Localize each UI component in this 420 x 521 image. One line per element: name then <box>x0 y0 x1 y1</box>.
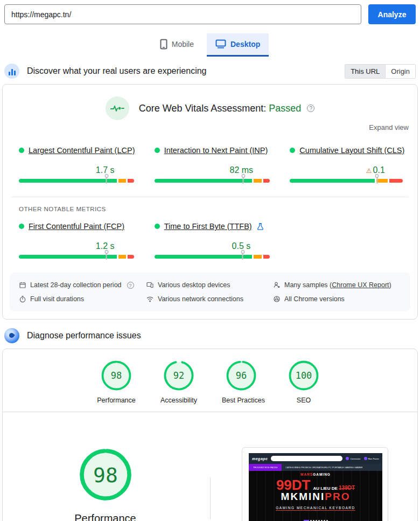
score-label: Accessibility <box>159 397 198 404</box>
chrome-ux-report-link[interactable]: Chrome UX Report <box>332 281 389 289</box>
good-dot-icon <box>19 148 24 153</box>
cwv-title-text: Core Web Vitals Assessment: <box>139 103 266 114</box>
field-section-title: Discover what your real users are experi… <box>27 66 345 76</box>
metric-lcp-bar <box>19 179 137 183</box>
devices-item: Various desktop devices <box>146 281 274 289</box>
metric-inp-bar <box>155 179 272 183</box>
device-tabs: Mobile Desktop <box>0 33 420 55</box>
site-screenshot: megapc Connexion Mon Panier TROUVEZ NOS … <box>249 453 382 521</box>
performance-gauge-panel: 98 Performance Values are estimated and … <box>3 412 208 521</box>
site-hero-banner: MARSGAMING 99DT AU LIEU DE 139DT MKMINIP… <box>249 471 382 521</box>
metric-lcp: Largest Contentful Paint (LCP) 1.7 s <box>19 146 137 183</box>
collection-period-item: Latest 28-day collection period ? <box>19 281 146 289</box>
other-metrics-row: First Contentful Paint (FCP) 1.2 s Time … <box>3 212 417 273</box>
durations-item: Full visit durations <box>19 295 146 303</box>
vertical-divider <box>210 477 211 519</box>
metric-cls-link[interactable]: Cumulative Layout Shift (CLS) <box>299 146 404 155</box>
score-best-practices[interactable]: 96 Best Practices <box>222 360 261 404</box>
core-metrics-row: Largest Contentful Paint (LCP) 1.7 s Int… <box>3 132 417 183</box>
performance-gauge: 98 <box>80 493 131 502</box>
score-label: SEO <box>284 397 323 404</box>
metric-ttfb-bar <box>155 255 272 259</box>
site-account-link: Connexion <box>346 457 360 460</box>
help-icon[interactable]: ? <box>307 105 314 112</box>
good-dot-icon <box>290 148 295 153</box>
other-metrics-label: OTHER NOTABLE METRICS <box>3 197 417 212</box>
performance-gauge-label: Performance <box>3 512 208 521</box>
expand-view-link[interactable]: Expand view <box>369 123 409 131</box>
site-search-bar <box>271 456 342 461</box>
wifi-icon <box>146 296 153 302</box>
metric-inp-link[interactable]: Interaction to Next Paint (INP) <box>164 146 268 155</box>
analyze-button[interactable]: Analyze <box>368 4 416 24</box>
metric-spacer <box>290 222 408 259</box>
score-performance[interactable]: 98 Performance <box>97 360 136 404</box>
score-label: Performance <box>97 397 136 404</box>
category-scores-row: 98 Performance 92 Accessibility 96 Best … <box>3 349 417 412</box>
mobile-icon <box>160 39 167 50</box>
metric-fcp-bar <box>19 255 137 259</box>
cwv-title: Core Web Vitals Assessment: Passed ? <box>139 103 315 114</box>
crux-bars-icon <box>4 64 19 79</box>
svg-text:96: 96 <box>236 370 247 381</box>
svg-text:98: 98 <box>93 463 118 487</box>
core-web-vitals-card: Core Web Vitals Assessment: Passed ? Exp… <box>2 84 418 319</box>
tab-desktop[interactable]: Desktop <box>207 33 269 55</box>
banner-price: 99DT <box>276 478 311 491</box>
svg-text:92: 92 <box>173 370 184 381</box>
metric-ttfb-link[interactable]: Time to First Byte (TTFB) <box>164 222 252 231</box>
site-nav-promo-button: TROUVEZ NOS PACKS <box>249 464 282 471</box>
network-item: Various network connections <box>146 295 274 303</box>
pulse-icon <box>106 96 129 120</box>
metric-marker-pin <box>104 250 108 260</box>
site-logo: megapc <box>252 457 268 461</box>
metric-ttfb: Time to First Byte (TTFB) 0.5 s <box>155 222 272 259</box>
metric-cls-bar <box>290 179 408 183</box>
good-dot-icon <box>19 224 24 229</box>
devices-icon <box>146 282 153 288</box>
collection-period-text: Latest 28-day collection period <box>30 281 122 289</box>
desktop-icon <box>215 39 226 49</box>
pagespeed-insights-page: Analyze Mobile Desktop Discover what you… <box>0 0 420 521</box>
site-header: megapc Connexion Mon Panier <box>249 453 382 464</box>
scope-this-url-button[interactable]: This URL <box>345 65 386 78</box>
chrome-icon <box>274 296 280 302</box>
metric-marker-pin <box>241 174 245 184</box>
metric-marker-pin <box>104 174 108 184</box>
site-cart-link: Mon Panier <box>364 457 379 460</box>
score-accessibility[interactable]: 92 Accessibility <box>159 360 198 404</box>
svg-text:98: 98 <box>111 370 122 381</box>
cwv-status: Passed <box>269 103 301 114</box>
help-icon[interactable]: ? <box>127 282 134 289</box>
scope-origin-button[interactable]: Origin <box>386 65 415 78</box>
tab-mobile-label: Mobile <box>172 40 194 48</box>
score-seo[interactable]: 100 SEO <box>284 360 323 404</box>
tab-desktop-label: Desktop <box>230 40 260 48</box>
scope-toggle: This URL Origin <box>345 64 416 79</box>
score-label: Best Practices <box>222 397 261 404</box>
tab-mobile[interactable]: Mobile <box>151 33 202 55</box>
lighthouse-report-card: 98 Performance 92 Accessibility 96 Best … <box>2 349 418 521</box>
url-input[interactable] <box>4 4 361 24</box>
devices-text: Various desktop devices <box>158 281 230 289</box>
good-dot-icon <box>155 224 160 229</box>
metric-marker-pin <box>241 250 244 260</box>
samples-item: Many samples (Chrome UX Report) <box>274 281 401 289</box>
url-bar: Analyze <box>0 0 420 24</box>
final-screenshot-thumbnail[interactable]: megapc Connexion Mon Panier TROUVEZ NOS … <box>242 447 388 521</box>
stopwatch-icon <box>19 296 26 303</box>
metric-lcp-link[interactable]: Largest Contentful Paint (LCP) <box>29 146 135 155</box>
chrome-versions-text: All Chrome versions <box>284 295 345 303</box>
chrome-versions-item: All Chrome versions <box>274 295 401 303</box>
metric-marker-pin <box>375 174 379 184</box>
metric-inp: Interaction to Next Paint (INP) 82 ms <box>155 146 272 183</box>
metric-fcp: First Contentful Paint (FCP) 1.2 s <box>19 222 137 259</box>
good-dot-icon <box>155 148 160 153</box>
metric-cls: Cumulative Layout Shift (CLS) ⚠0.1 <box>290 146 408 183</box>
performance-detail-panel: 98 Performance Values are estimated and … <box>3 412 417 521</box>
lab-section-title: Diagnose performance issues <box>27 331 416 341</box>
samples-text: Many samples (Chrome UX Report) <box>284 281 391 289</box>
metric-fcp-link[interactable]: First Contentful Paint (FCP) <box>29 222 124 231</box>
samples-icon <box>274 282 280 288</box>
lab-section-header: Diagnose performance issues <box>4 328 416 343</box>
